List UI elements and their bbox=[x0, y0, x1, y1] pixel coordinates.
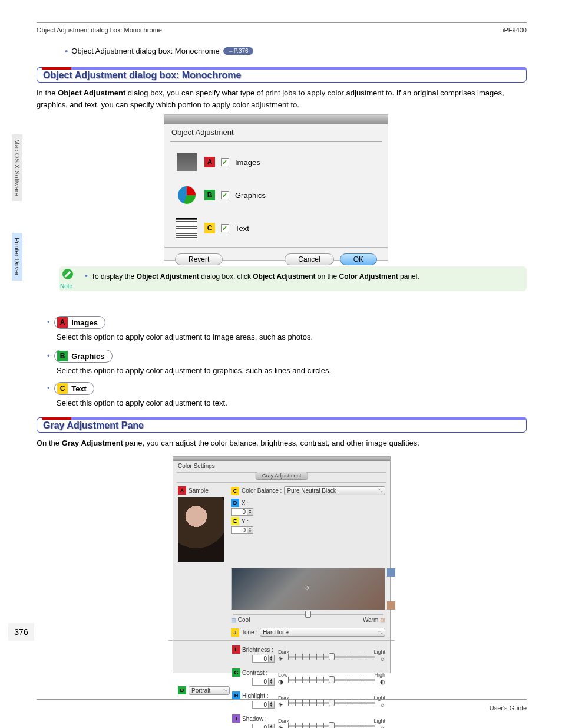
note-icon bbox=[62, 269, 73, 279]
header-rule bbox=[37, 22, 527, 23]
slider-track[interactable] bbox=[288, 679, 375, 681]
slider-row: G Contrast : 0▲▼ LowHigh ◑ ◐ bbox=[232, 667, 385, 690]
x-stepper[interactable]: 0▲▼ bbox=[231, 508, 253, 516]
images-label: Images bbox=[235, 158, 260, 167]
footer-rule bbox=[37, 699, 527, 700]
tone-label: Tone : bbox=[242, 629, 257, 635]
section-heading-object-adjustment: Object Adjustment dialog box: Monochrome bbox=[37, 67, 527, 83]
images-icon bbox=[175, 150, 199, 174]
badge-g-icon: G bbox=[232, 668, 240, 677]
sample-image bbox=[178, 497, 224, 562]
graphics-checkbox[interactable] bbox=[221, 191, 229, 199]
color-balance-map[interactable]: ◇ bbox=[231, 568, 385, 610]
low-icon: ☀ bbox=[278, 701, 283, 708]
high-icon: ☼ bbox=[380, 655, 385, 662]
graphics-icon bbox=[175, 183, 199, 207]
graphics-label: Graphics bbox=[235, 191, 266, 200]
slider-stepper[interactable]: 0▲▼ bbox=[252, 701, 275, 709]
breadcrumb: Object Adjustment dialog box: Monochrome bbox=[37, 27, 162, 34]
slider-stepper[interactable]: 0▲▼ bbox=[252, 655, 275, 663]
sample-area: A Sample bbox=[178, 486, 231, 565]
slider-stepper[interactable]: 0▲▼ bbox=[252, 678, 275, 686]
dialog-title: Color Settings bbox=[173, 461, 390, 471]
footer-label: User's Guide bbox=[490, 704, 527, 711]
section-title: Gray Adjustment Pane bbox=[43, 420, 144, 431]
x-label: X : bbox=[242, 500, 249, 506]
images-checkbox[interactable] bbox=[221, 158, 229, 166]
badge-c-icon: C bbox=[204, 223, 215, 233]
swatch-bottom bbox=[387, 601, 395, 610]
category-label: Text bbox=[71, 384, 87, 393]
badge-j-icon: J bbox=[231, 628, 239, 637]
slider-row: F Brightness : 0▲▼ DarkLight ☀ ☼ bbox=[232, 644, 385, 667]
badge-d-icon: D bbox=[231, 499, 239, 507]
bullet-icon: • bbox=[85, 271, 88, 281]
cancel-button[interactable]: Cancel bbox=[285, 253, 333, 265]
color-balance-dropdown[interactable]: Pure Neutral Black bbox=[284, 486, 385, 495]
warm-label: Warm bbox=[363, 617, 385, 623]
low-icon: ◑ bbox=[278, 678, 283, 685]
slider-track[interactable] bbox=[288, 725, 375, 727]
slider-high: Light bbox=[373, 695, 385, 701]
dlg1-row-graphics: B Graphics bbox=[164, 179, 388, 212]
badge-b-icon: B bbox=[204, 190, 215, 200]
slider-track[interactable] bbox=[288, 702, 375, 704]
slider-track[interactable] bbox=[288, 656, 375, 658]
slider-label: Highlight : bbox=[242, 693, 268, 699]
note-text: • To display the Object Adjustment dialo… bbox=[85, 271, 521, 281]
slider-label: Brightness : bbox=[242, 647, 273, 653]
page-number: 376 bbox=[8, 623, 34, 641]
side-tab-driver[interactable]: Printer Driver bbox=[12, 233, 22, 281]
tone-dropdown[interactable]: Hard tone bbox=[260, 628, 385, 637]
category-pill: C Text bbox=[54, 382, 94, 395]
revert-button[interactable]: Revert bbox=[175, 253, 223, 265]
slider-low: Low bbox=[278, 672, 288, 678]
text-icon bbox=[175, 216, 199, 240]
badge-i-icon: I bbox=[232, 714, 240, 723]
badge-c-icon: C bbox=[231, 487, 239, 495]
tab-bar: Gray Adjustment bbox=[177, 472, 386, 483]
text-label: Text bbox=[235, 224, 249, 233]
high-icon: ◐ bbox=[380, 678, 385, 685]
y-stepper[interactable]: 0▲▼ bbox=[231, 526, 253, 534]
dialog-titlebar bbox=[173, 457, 390, 461]
page-ref-pill[interactable]: →P.376 bbox=[223, 47, 253, 55]
badge-b-icon: B bbox=[57, 351, 68, 361]
dlg1-row-text: C Text bbox=[164, 212, 388, 245]
side-tab-software[interactable]: Mac OS X Software bbox=[12, 134, 22, 201]
object-adjustment-dialog: Object Adjustment A Images B Graphics C … bbox=[164, 114, 388, 261]
section1-paragraph: In the Object Adjustment dialog box, you… bbox=[37, 87, 527, 111]
badge-f-icon: F bbox=[232, 645, 240, 654]
dialog-title: Object Adjustment bbox=[164, 124, 388, 139]
orientation-dropdown[interactable]: Portrait bbox=[189, 686, 230, 695]
dlg1-row-images: A Images bbox=[164, 146, 388, 179]
tab-gray-adjustment[interactable]: Gray Adjustment bbox=[256, 472, 308, 480]
slider-row: I Shadow : 0▲▼ DarkLight ☀ ☼ bbox=[232, 713, 385, 728]
slider-label: Shadow : bbox=[242, 716, 267, 722]
category-pill: B Graphics bbox=[54, 350, 112, 363]
slider-row: H Highlight : 0▲▼ DarkLight ☀ ☼ bbox=[232, 690, 385, 713]
section2-paragraph: On the Gray Adjustment pane, you can adj… bbox=[37, 437, 527, 449]
bullet-icon: • bbox=[47, 318, 50, 327]
y-label: Y : bbox=[242, 518, 249, 525]
badge-e-icon: E bbox=[231, 517, 239, 525]
color-settings-dialog: Color Settings Gray Adjustment A Sample … bbox=[173, 456, 391, 673]
text-checkbox[interactable] bbox=[221, 224, 229, 232]
sample-label: Sample bbox=[189, 487, 209, 494]
bullet-icon: • bbox=[65, 46, 68, 56]
note-label: Note bbox=[60, 283, 72, 289]
link-text[interactable]: Object Adjustment dialog box: Monochrome bbox=[71, 47, 219, 55]
category-description: Select this option to apply color adjust… bbox=[57, 366, 331, 375]
bullet-icon: • bbox=[47, 384, 50, 393]
ok-button[interactable]: OK bbox=[340, 253, 377, 265]
category-images: • A Images Select this option to apply c… bbox=[47, 316, 313, 341]
color-balance-label: Color Balance : bbox=[242, 487, 282, 494]
section-heading-gray-adjustment: Gray Adjustment Pane bbox=[37, 417, 527, 433]
badge-h-icon: H bbox=[232, 691, 240, 700]
slider-stepper[interactable]: 0▲▼ bbox=[252, 724, 275, 728]
section-title: Object Adjustment dialog box: Monochrome bbox=[43, 70, 241, 81]
badge-a-icon: A bbox=[57, 317, 68, 328]
cool-label: Cool bbox=[231, 617, 250, 623]
category-graphics: • B Graphics Select this option to apply… bbox=[47, 350, 331, 375]
low-icon: ☀ bbox=[278, 655, 283, 662]
